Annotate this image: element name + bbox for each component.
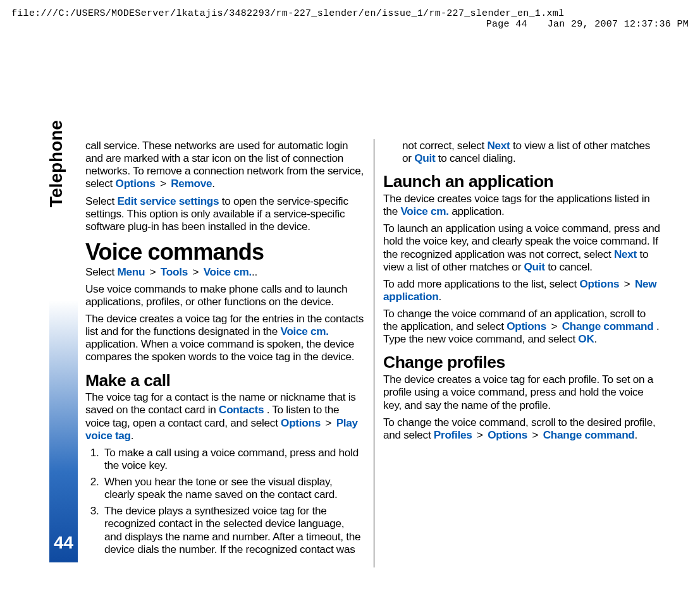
chevron-right-icon: > bbox=[150, 265, 156, 278]
file-path: file:///C:/USERS/MODEServer/lkatajis/348… bbox=[11, 8, 564, 19]
ui-remove: Remove bbox=[171, 177, 212, 190]
text: . bbox=[635, 428, 637, 441]
text: to cancel dialing. bbox=[438, 152, 516, 164]
text: to cancel. bbox=[548, 260, 593, 273]
ui-tools: Tools bbox=[161, 265, 188, 278]
text: Select bbox=[85, 195, 117, 207]
chevron-right-icon: > bbox=[532, 428, 539, 441]
ui-next: Next bbox=[487, 139, 510, 152]
heading-make-a-call: Make a call bbox=[85, 372, 364, 390]
paragraph: Use voice commands to make phone calls a… bbox=[85, 282, 364, 308]
chevron-right-icon: > bbox=[160, 177, 166, 190]
page-number: 44 bbox=[49, 533, 78, 553]
text: To add more applications to the list, se… bbox=[383, 277, 579, 290]
content-columns: call service. These networks are used fo… bbox=[85, 139, 662, 567]
ui-change-command: Change command bbox=[562, 320, 654, 332]
ui-options: Options bbox=[488, 428, 527, 441]
ui-quit: Quit bbox=[524, 260, 545, 273]
text: . bbox=[131, 429, 133, 442]
paragraph: Select Menu > Tools > Voice cm... bbox=[85, 265, 364, 278]
ui-voice-cm: Voice cm. bbox=[281, 325, 329, 337]
ui-options: Options bbox=[579, 277, 619, 290]
chapter-label: Telephone bbox=[46, 120, 66, 207]
ui-menu: Menu bbox=[117, 265, 145, 278]
text: . bbox=[438, 290, 441, 303]
paragraph: The device creates voice tags for the ap… bbox=[383, 192, 662, 217]
paragraph: The voice tag for a contact is the name … bbox=[85, 391, 364, 442]
ui-voice-cm: Voice cm. bbox=[400, 205, 448, 217]
text: . bbox=[594, 332, 597, 345]
text: .. bbox=[252, 265, 257, 278]
ui-contacts: Contacts bbox=[219, 403, 264, 416]
paragraph: The device creates a voice tag for the e… bbox=[85, 312, 364, 363]
ui-next: Next bbox=[614, 248, 637, 260]
text: application. When a voice command is spo… bbox=[85, 337, 354, 363]
paragraph: To launch an application using a voice c… bbox=[383, 222, 662, 273]
paragraph: To change the voice command of an applic… bbox=[383, 307, 662, 345]
paragraph: To change the voice command, scroll to t… bbox=[383, 416, 662, 441]
ui-options: Options bbox=[281, 416, 321, 429]
ui-ok: OK bbox=[578, 332, 594, 345]
paragraph: To add more applications to the list, se… bbox=[383, 277, 662, 303]
ui-change-command: Change command bbox=[543, 428, 635, 441]
print-header: file:///C:/USERS/MODEServer/lkatajis/348… bbox=[11, 8, 689, 30]
chevron-right-icon: > bbox=[192, 265, 199, 278]
heading-launch-application: Launch an application bbox=[383, 173, 662, 191]
heading-voice-commands: Voice commands bbox=[85, 240, 364, 264]
list-item: To make a call using a voice command, pr… bbox=[102, 446, 364, 471]
ui-edit-service-settings: Edit service settings bbox=[117, 195, 219, 207]
text: . bbox=[212, 177, 214, 190]
text: application. bbox=[451, 205, 504, 217]
chevron-right-icon: > bbox=[624, 277, 630, 290]
ui-options: Options bbox=[116, 177, 156, 190]
heading-change-profiles: Change profiles bbox=[383, 354, 662, 372]
ui-quit: Quit bbox=[414, 152, 435, 164]
list-item: When you hear the tone or see the visual… bbox=[102, 475, 364, 500]
paragraph: call service. These networks are used fo… bbox=[85, 139, 364, 190]
chevron-right-icon: > bbox=[325, 416, 331, 429]
paragraph: The device creates a voice tag for each … bbox=[383, 373, 662, 411]
print-date: Jan 29, 2007 12:37:36 PM bbox=[548, 19, 689, 30]
ui-options: Options bbox=[507, 320, 546, 332]
page-label: Page 44 bbox=[486, 19, 527, 30]
ui-voice-cm: Voice cm. bbox=[204, 265, 252, 278]
text: Select bbox=[85, 265, 117, 278]
paragraph: Select Edit service settings to open the… bbox=[85, 195, 364, 233]
ui-profiles: Profiles bbox=[434, 428, 472, 441]
chevron-right-icon: > bbox=[551, 320, 557, 332]
chevron-right-icon: > bbox=[477, 428, 483, 441]
chapter-tab: Telephone 44 bbox=[49, 111, 78, 562]
